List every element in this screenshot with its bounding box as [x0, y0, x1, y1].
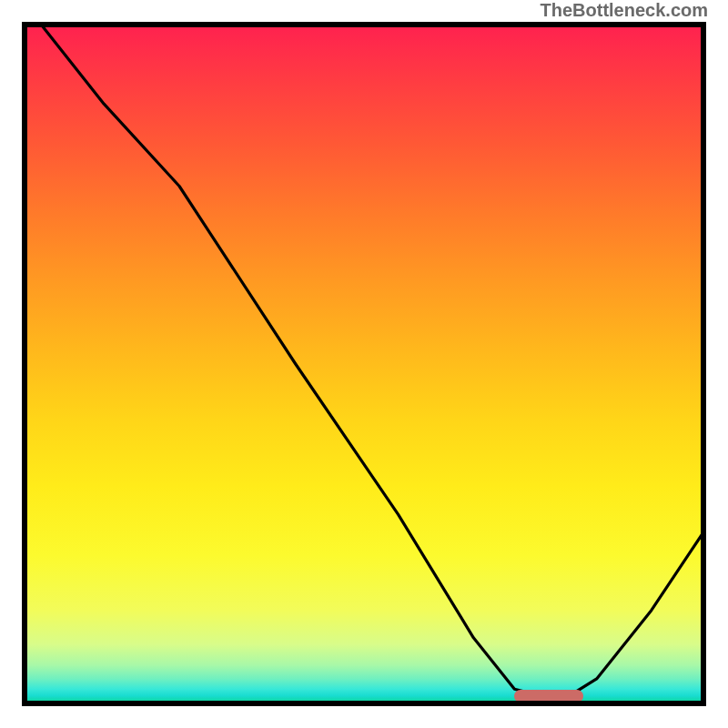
gradient-background: [22, 22, 706, 706]
optimum-marker: [514, 690, 582, 703]
bottleneck-chart: TheBottleneck.com: [0, 0, 728, 728]
watermark-text: TheBottleneck.com: [541, 0, 708, 21]
